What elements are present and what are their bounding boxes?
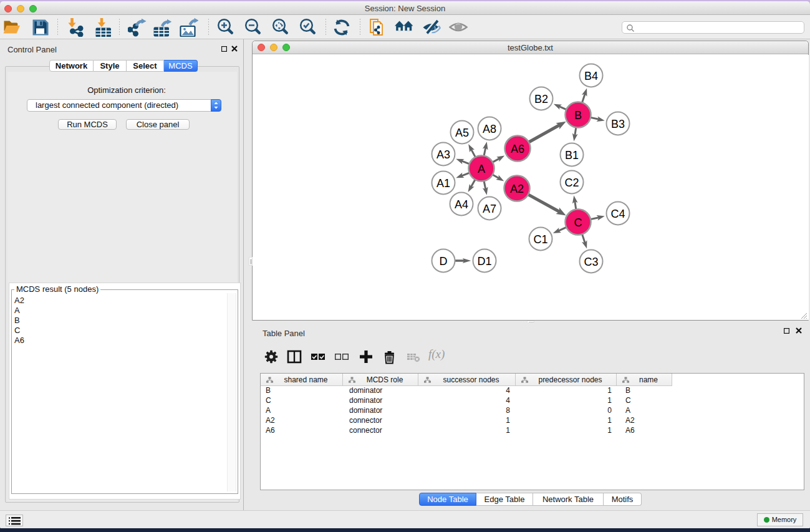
svg-text:A1: A1 [436, 177, 450, 190]
svg-text:D: D [440, 255, 448, 268]
svg-text:A8: A8 [483, 123, 496, 135]
svg-text:B1: B1 [565, 149, 579, 162]
svg-text:A4: A4 [455, 198, 468, 211]
svg-text:D1: D1 [477, 255, 491, 268]
svg-text:A6: A6 [511, 143, 524, 155]
svg-text:C1: C1 [533, 233, 547, 246]
svg-text:B3: B3 [611, 118, 625, 130]
svg-text:B: B [574, 109, 582, 122]
svg-text:C3: C3 [584, 256, 598, 268]
svg-text:C: C [574, 216, 582, 229]
svg-text:A2: A2 [510, 183, 524, 195]
svg-text:C4: C4 [610, 208, 625, 220]
svg-text:A3: A3 [436, 148, 450, 161]
svg-text:A7: A7 [483, 203, 496, 215]
svg-text:A5: A5 [455, 127, 469, 139]
svg-text:A: A [478, 163, 485, 175]
svg-text:B4: B4 [584, 70, 598, 82]
svg-text:C2: C2 [564, 177, 579, 189]
svg-text:B2: B2 [534, 93, 548, 105]
